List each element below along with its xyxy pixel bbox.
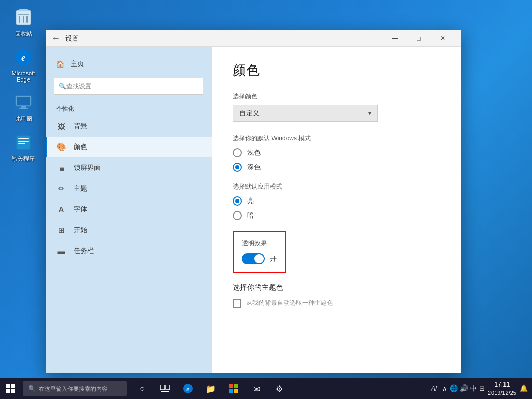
notification-icon[interactable]: 🔔 <box>520 384 528 392</box>
themes-icon: ✏ <box>56 183 66 194</box>
transparency-toggle[interactable] <box>242 253 265 264</box>
network-icon[interactable]: 🌐 <box>449 384 458 392</box>
task-view-button[interactable] <box>155 378 175 399</box>
svg-rect-12 <box>16 135 31 150</box>
toggle-on-label: 开 <box>270 254 277 263</box>
settings-sidebar: 🏠 主页 🔍 个性化 🖼 背景 🎨 颜色 🖥 <box>46 47 212 373</box>
color-section-label: 选择颜色 <box>233 92 440 101</box>
radio-app-dark[interactable]: 暗 <box>233 211 440 220</box>
svg-rect-20 <box>160 385 165 390</box>
windows-mode-label: 选择你的默认 Windows 模式 <box>233 134 440 143</box>
background-icon: 🖼 <box>56 121 66 131</box>
taskbar-tray: Ai ∧ 🌐 🔊 中 ⊟ 17:11 2019/12/25 🔔 <box>429 381 532 396</box>
recycle-bin-icon[interactable]: 回收站 <box>5 5 42 40</box>
svg-rect-2 <box>18 14 29 15</box>
radio-light-circle <box>233 148 242 157</box>
svg-rect-9 <box>17 97 30 105</box>
taskbar-clock[interactable]: 17:11 2019/12/25 <box>488 381 516 396</box>
svg-rect-19 <box>11 389 15 393</box>
mail-taskbar-button[interactable]: ✉ <box>246 378 267 399</box>
svg-rect-26 <box>234 384 238 388</box>
svg-rect-22 <box>161 391 169 392</box>
close-button[interactable]: ✕ <box>431 30 455 47</box>
ime-label[interactable]: 中 <box>470 384 477 393</box>
taskbar-search-icon: 🔍 <box>28 385 36 392</box>
svg-rect-25 <box>229 384 233 388</box>
tray-expand-icon[interactable]: ∧ <box>442 384 447 392</box>
sidebar-item-background[interactable]: 🖼 背景 <box>46 116 212 137</box>
taskbar-label: 任务栏 <box>74 246 94 256</box>
fonts-label: 字体 <box>74 205 87 214</box>
taskbar: 🔍 在这里输入你要搜索的内容 ○ e 📁 <box>0 378 532 399</box>
cortana-button[interactable]: ○ <box>132 378 153 399</box>
colors-label: 颜色 <box>74 142 87 152</box>
auto-theme-checkbox[interactable] <box>233 299 241 308</box>
window-title: 设置 <box>65 34 383 43</box>
sidebar-section-title: 个性化 <box>46 100 212 116</box>
colors-icon: 🎨 <box>56 142 66 152</box>
taskbar-search-text: 在这里输入你要搜索的内容 <box>39 385 107 393</box>
svg-rect-14 <box>18 141 29 142</box>
sidebar-item-themes[interactable]: ✏ 主题 <box>46 178 212 199</box>
theme-auto-row[interactable]: 从我的背景自动选取一种主题色 <box>233 299 440 308</box>
svg-rect-1 <box>19 9 28 11</box>
color-dropdown[interactable]: 自定义 ▾ <box>233 105 378 122</box>
color-dropdown-value: 自定义 <box>239 109 260 118</box>
app-icon[interactable]: 秒关程序 <box>5 130 42 165</box>
svg-rect-5 <box>26 16 28 23</box>
svg-rect-15 <box>18 143 25 144</box>
store-taskbar-button[interactable] <box>223 378 244 399</box>
taskbar-icons: ○ e 📁 <box>132 378 290 399</box>
explorer-taskbar-button[interactable]: 📁 <box>200 378 221 399</box>
edge-icon[interactable]: e Microsoft Edge <box>5 45 42 85</box>
radio-app-light[interactable]: 亮 <box>233 196 440 206</box>
radio-dark-circle <box>233 163 242 172</box>
sidebar-item-colors[interactable]: 🎨 颜色 <box>46 137 212 157</box>
back-button[interactable]: ← <box>52 34 60 43</box>
calendar-icon[interactable]: ⊟ <box>479 384 485 392</box>
home-icon: 🏠 <box>56 60 64 68</box>
themes-label: 主题 <box>74 184 87 193</box>
svg-text:e: e <box>186 385 189 393</box>
app-label: 秒关程序 <box>12 155 35 163</box>
sidebar-search-icon: 🔍 <box>59 83 66 90</box>
sidebar-item-taskbar[interactable]: ▬ 任务栏 <box>46 241 212 261</box>
svg-rect-28 <box>234 389 238 393</box>
desktop-icons: 回收站 e Microsoft Edge 此电脑 <box>5 5 42 165</box>
edge-taskbar-button[interactable]: e <box>178 378 198 399</box>
radio-light[interactable]: 浅色 <box>233 148 440 157</box>
auto-theme-label: 从我的背景自动选取一种主题色 <box>246 299 333 308</box>
taskbar-search-box[interactable]: 🔍 在这里输入你要搜索的内容 <box>23 381 127 396</box>
minimize-button[interactable]: — <box>383 30 407 47</box>
sidebar-search-input[interactable] <box>66 83 199 90</box>
sidebar-search-box[interactable]: 🔍 <box>54 78 203 95</box>
home-label: 主页 <box>71 59 84 69</box>
sidebar-item-lockscreen[interactable]: 🖥 锁屏界面 <box>46 157 212 178</box>
volume-icon[interactable]: 🔊 <box>460 384 468 392</box>
radio-dark[interactable]: 深色 <box>233 163 440 172</box>
svg-rect-3 <box>19 16 20 23</box>
sidebar-home[interactable]: 🏠 主页 <box>46 55 212 73</box>
my-computer-icon[interactable]: 此电脑 <box>5 90 42 125</box>
maximize-button[interactable]: □ <box>407 30 431 47</box>
lockscreen-icon: 🖥 <box>56 163 66 173</box>
transparency-label: 透明效果 <box>242 239 277 248</box>
clock-date: 2019/12/25 <box>488 389 516 396</box>
computer-label: 此电脑 <box>15 115 32 123</box>
sidebar-item-fonts[interactable]: A 字体 <box>46 199 212 220</box>
svg-rect-10 <box>21 106 26 108</box>
color-dropdown-container: 选择颜色 自定义 ▾ <box>233 92 440 122</box>
svg-rect-16 <box>6 384 10 388</box>
toggle-row: 开 <box>242 253 277 264</box>
dropdown-arrow-icon: ▾ <box>368 110 371 117</box>
app-mode-label: 选择默认应用模式 <box>233 182 440 191</box>
ai-label: Ai <box>429 384 439 392</box>
taskbar-icon: ▬ <box>56 246 66 256</box>
start-button[interactable] <box>0 378 21 399</box>
theme-color-title: 选择你的主题色 <box>233 283 440 292</box>
lockscreen-label: 锁屏界面 <box>74 163 101 172</box>
settings-taskbar-button[interactable]: ⚙ <box>269 378 290 399</box>
sidebar-item-start[interactable]: ⊞ 开始 <box>46 220 212 241</box>
toggle-thumb <box>254 254 264 263</box>
fonts-icon: A <box>56 204 66 215</box>
